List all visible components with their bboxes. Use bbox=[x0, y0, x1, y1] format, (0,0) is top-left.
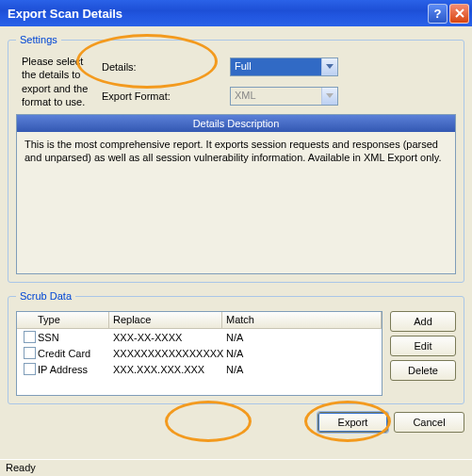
list-item[interactable]: IP Address XXX.XXX.XXX.XXX N/A bbox=[17, 361, 382, 377]
scrub-legend: Scrub Data bbox=[16, 290, 75, 302]
col-type[interactable]: Type bbox=[34, 312, 109, 329]
list-item[interactable]: SSN XXX-XX-XXXX N/A bbox=[17, 329, 382, 345]
cell-replace: XXX.XXX.XXX.XXX bbox=[109, 363, 222, 376]
cell-type: SSN bbox=[34, 331, 109, 344]
format-combo: XML bbox=[230, 87, 338, 106]
cancel-button[interactable]: Cancel bbox=[394, 412, 464, 433]
listview-header: Type Replace Match bbox=[17, 312, 382, 329]
cell-type: Credit Card bbox=[34, 347, 109, 360]
chevron-down-icon bbox=[326, 93, 334, 99]
details-value: Full bbox=[231, 58, 321, 75]
settings-help-text: Please select the details to export and … bbox=[16, 55, 96, 108]
settings-group: Settings Details: Full Please select the… bbox=[8, 34, 464, 283]
description-header: Details Description bbox=[17, 115, 455, 132]
cell-type: IP Address bbox=[34, 363, 109, 376]
export-button[interactable]: Export bbox=[317, 412, 388, 433]
details-label: Details: bbox=[102, 61, 224, 73]
details-combo[interactable]: Full bbox=[230, 57, 338, 76]
description-body: This is the most comprehensive report. I… bbox=[17, 132, 455, 273]
description-box: Details Description This is the most com… bbox=[16, 114, 456, 274]
col-replace[interactable]: Replace bbox=[109, 312, 222, 329]
window-title: Export Scan Details bbox=[8, 7, 426, 21]
scrub-listview[interactable]: Type Replace Match SSN XXX-XX-XXXX N/A C… bbox=[16, 311, 382, 396]
scrub-side-buttons: Add Edit Delete bbox=[390, 311, 456, 396]
cell-replace: XXXXXXXXXXXXXXXX bbox=[109, 347, 222, 360]
cell-match: N/A bbox=[222, 331, 382, 344]
format-value: XML bbox=[231, 88, 321, 105]
close-icon bbox=[455, 8, 464, 18]
dialog-body: Settings Details: Full Please select the… bbox=[0, 26, 472, 459]
chevron-down-icon bbox=[326, 64, 334, 70]
format-label: Export Format: bbox=[102, 90, 224, 102]
cell-match: N/A bbox=[222, 363, 382, 376]
scrub-group: Scrub Data Type Replace Match SSN XXX-XX… bbox=[8, 290, 464, 404]
details-dropdown-button[interactable] bbox=[321, 58, 337, 75]
col-match[interactable]: Match bbox=[222, 312, 382, 329]
edit-button[interactable]: Edit bbox=[390, 336, 456, 356]
close-button[interactable] bbox=[449, 4, 469, 24]
status-bar: Ready bbox=[0, 459, 472, 476]
title-bar: Export Scan Details ? bbox=[0, 0, 472, 26]
cell-match: N/A bbox=[222, 347, 382, 360]
help-button[interactable]: ? bbox=[428, 4, 448, 24]
delete-button[interactable]: Delete bbox=[390, 360, 456, 381]
format-dropdown-button bbox=[321, 88, 337, 105]
settings-legend: Settings bbox=[16, 34, 61, 45]
highlight-export bbox=[165, 401, 252, 442]
add-button[interactable]: Add bbox=[390, 311, 456, 332]
dialog-actions: Export Cancel bbox=[8, 412, 464, 453]
list-item[interactable]: Credit Card XXXXXXXXXXXXXXXX N/A bbox=[17, 345, 382, 361]
cell-replace: XXX-XX-XXXX bbox=[109, 331, 222, 344]
status-text: Ready bbox=[6, 462, 36, 473]
